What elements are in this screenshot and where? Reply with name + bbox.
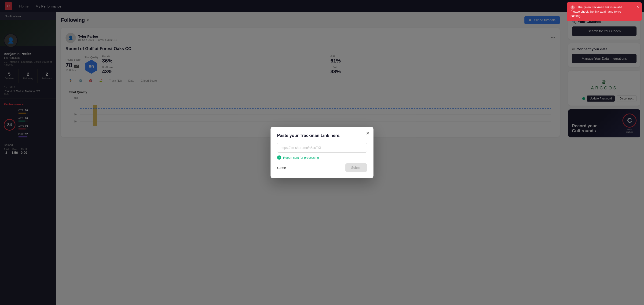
alert-icon: ! <box>570 6 575 10</box>
trackman-modal: Paste your Trackman Link here. ✕ ✓ Repor… <box>270 127 374 178</box>
check-icon: ✓ <box>277 156 281 160</box>
modal-overlay[interactable]: Paste your Trackman Link here. ✕ ✓ Repor… <box>0 0 644 305</box>
toast-close-button[interactable]: ✕ <box>636 4 639 9</box>
modal-close-x-button[interactable]: ✕ <box>366 130 370 136</box>
modal-footer: Close Submit <box>277 164 367 172</box>
success-message: ✓ Report sent for processing <box>277 156 367 160</box>
error-toast: ! The given trackman link is invalid. Pl… <box>567 2 642 21</box>
trackman-link-input[interactable] <box>277 143 367 152</box>
modal-close-button[interactable]: Close <box>277 166 286 170</box>
modal-title: Paste your Trackman Link here. <box>277 133 367 138</box>
modal-submit-button[interactable]: Submit <box>346 164 367 172</box>
